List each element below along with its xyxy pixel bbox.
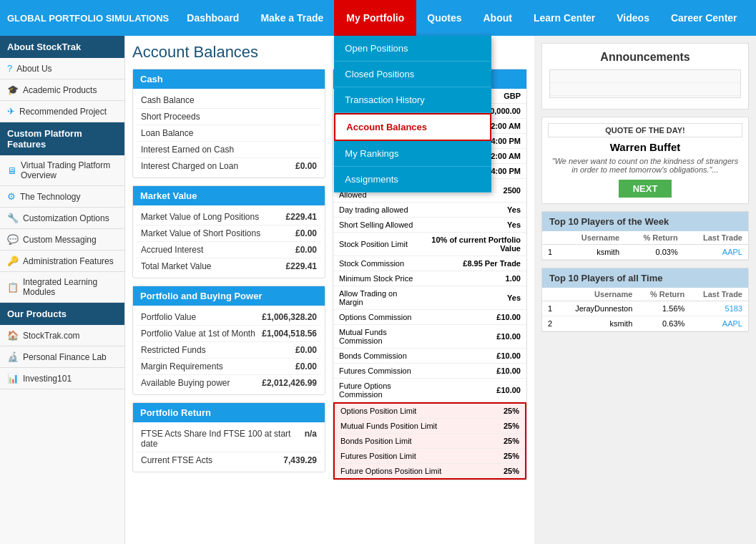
nav-learn-center[interactable]: Learn Center	[523, 0, 606, 36]
portfolio-return-card: Portfolio Return FTSE Acts Share Ind FTS…	[132, 402, 325, 472]
last-trade-cell[interactable]: 5183	[690, 301, 748, 316]
short-positions-row: Market Value of Short Positions £0.00	[137, 225, 321, 242]
total-market-value-value: £229.41	[286, 261, 317, 271]
sidebar-item-personal-finance[interactable]: 🔬 Personal Finance Lab	[0, 346, 124, 368]
dropdown-my-rankings[interactable]: My Rankings	[334, 141, 491, 167]
dropdown-closed-positions[interactable]: Closed Positions	[334, 62, 491, 87]
col-return: % Return	[638, 288, 690, 301]
param-value: £10.00	[424, 325, 526, 349]
dropdown-account-balances[interactable]: Account Balances	[334, 113, 491, 141]
highlighted-params-table: Options Position Limit25%Mutual Funds Po…	[333, 402, 526, 480]
nav-dashboard[interactable]: Dashboard	[176, 0, 250, 36]
chart-icon: 📊	[7, 373, 19, 384]
sidebar-item-label: Recommended Project	[19, 107, 107, 117]
param-label: Future Options Position Limit	[334, 464, 488, 480]
sidebar-item-learning-modules[interactable]: 📋 Integrated Learning Modules	[0, 272, 124, 303]
dropdown-transaction-history[interactable]: Transaction History	[334, 87, 491, 113]
nav-quotes[interactable]: Quotes	[416, 0, 472, 36]
cash-balance-row: Cash Balance	[137, 92, 321, 109]
nav-videos[interactable]: Videos	[606, 0, 660, 36]
param-value: 25%	[488, 464, 526, 480]
param-label: Minimum Stock Price	[333, 271, 424, 286]
nav-about[interactable]: About	[472, 0, 522, 36]
restricted-funds-row: Restricted Funds £0.00	[137, 342, 321, 359]
sidebar-item-investing101[interactable]: 📊 Investing101	[0, 368, 124, 389]
sidebar-item-about-us[interactable]: ? About Us	[0, 58, 124, 79]
wrench-icon: 🔧	[7, 213, 19, 223]
nav-my-portfolio[interactable]: My Portfolio	[334, 0, 416, 36]
my-portfolio-dropdown: Open Positions Closed Positions Transact…	[334, 36, 491, 193]
dropdown-assignments[interactable]: Assignments	[334, 167, 491, 193]
long-positions-value: £229.41	[286, 212, 317, 222]
sidebar-item-stocktrak[interactable]: 🏠 StockTrak.com	[0, 325, 124, 346]
portfolio-value-1st-row: Portfolio Value at 1st of Month £1,004,5…	[137, 326, 321, 342]
sidebar-item-customization[interactable]: 🔧 Customization Options	[0, 208, 124, 229]
message-icon: 💬	[7, 234, 19, 245]
top-navigation: GLOBAL PORTFOLIO SIMULATIONS Dashboard M…	[0, 0, 756, 36]
nav-my-portfolio-wrapper: My Portfolio Open Positions Closed Posit…	[334, 0, 416, 36]
sidebar-item-label: Investing101	[23, 374, 72, 384]
sidebar-item-virtual-trading[interactable]: 🖥 Virtual Trading Platform Overview	[0, 155, 124, 186]
highlighted-table-row: Bonds Position Limit25%	[334, 434, 526, 449]
param-label: Options Commission	[333, 310, 424, 325]
announcement-line-1	[550, 70, 740, 83]
sidebar-item-label: Personal Finance Lab	[23, 352, 107, 362]
restricted-funds-label: Restricted Funds	[141, 345, 206, 355]
margin-req-label: Margin Requirements	[141, 361, 223, 371]
margin-req-row: Margin Requirements £0.00	[137, 359, 321, 375]
sidebar-item-custom-messaging[interactable]: 💬 Custom Messaging	[0, 229, 124, 251]
table-row: Allow Trading on MarginYes	[333, 286, 526, 310]
total-market-value-row: Total Market Value £229.41	[137, 258, 321, 274]
top10-week-header: Top 10 Players of the Week	[542, 212, 748, 231]
table-row: Mutual Funds Commission£10.00	[333, 325, 526, 349]
highlighted-table-row: Futures Position Limit25%	[334, 449, 526, 464]
sidebar-item-academic-products[interactable]: 🎓 Academic Products	[0, 79, 124, 101]
nav-make-a-trade[interactable]: Make a Trade	[250, 0, 334, 36]
ftse-start-label: FTSE Acts Share Ind FTSE 100 at start da…	[141, 429, 305, 449]
margin-req-val: £0.00	[295, 361, 317, 371]
sidebar-item-label: StockTrak.com	[23, 331, 80, 341]
question-icon: ?	[7, 63, 12, 74]
accrued-interest-value: £0.00	[295, 245, 317, 255]
short-positions-value: £0.00	[295, 228, 317, 238]
last-trade-cell[interactable]: AAPL	[690, 316, 748, 331]
param-label: Future Options Commission	[333, 379, 424, 402]
col-last-trade: Last Trade	[684, 231, 748, 245]
key-icon: 🔑	[7, 256, 19, 266]
sidebar-item-recommended-project[interactable]: ✈ Recommended Project	[0, 101, 124, 122]
sidebar-item-administration[interactable]: 🔑 Administration Features	[0, 251, 124, 272]
top10-week-box: Top 10 Players of the Week Username % Re…	[541, 211, 749, 261]
param-value: 10% of current Portfolio Value	[424, 233, 526, 256]
short-positions-label: Market Value of Short Positions	[141, 228, 260, 238]
param-label: Bonds Commission	[333, 349, 424, 364]
portfolio-body: Portfolio Value £1,006,328.20 Portfolio …	[133, 306, 325, 394]
sidebar-item-label: The Technology	[20, 192, 81, 202]
username-cell: ksmith	[560, 316, 638, 331]
cash-card-header: Cash	[133, 69, 325, 89]
sidebar-item-label: Academic Products	[23, 85, 97, 95]
sidebar-item-technology[interactable]: ⚙ The Technology	[0, 186, 124, 208]
last-trade-cell[interactable]: AAPL	[684, 245, 748, 260]
current-ftse-label: Current FTSE Acts	[141, 455, 212, 465]
top10-week-columns: Username % Return Last Trade	[542, 231, 748, 245]
accrued-interest-row: Accrued Interest £0.00	[137, 242, 321, 258]
short-proceeds-row: Short Proceeds	[137, 109, 321, 125]
table-row: Day trading allowedYes	[333, 203, 526, 218]
portfolio-value-label: Portfolio Value	[141, 312, 196, 322]
next-quote-button[interactable]: NEXT	[619, 180, 672, 198]
sidebar-section-our-products: Our Products	[0, 303, 124, 325]
long-positions-label: Market Value of Long Positions	[141, 212, 259, 222]
accrued-interest-label: Accrued Interest	[141, 245, 203, 255]
nav-career-center[interactable]: Career Center	[660, 0, 748, 36]
col-return: % Return	[625, 231, 684, 245]
loan-balance-row: Loan Balance	[137, 125, 321, 142]
param-value: 25%	[488, 403, 526, 419]
market-value-header: Market Value	[133, 186, 325, 205]
sidebar-item-label: Integrated Learning Modules	[23, 277, 117, 297]
interest-earned-label: Interest Earned on Cash	[141, 145, 234, 155]
quote-text: "We never want to count on the kindness …	[548, 157, 742, 174]
dropdown-open-positions[interactable]: Open Positions	[334, 36, 491, 62]
portfolio-card: Portfolio and Buying Power Portfolio Val…	[132, 286, 325, 395]
current-ftse-val: 7,439.29	[283, 455, 317, 465]
top10-alltime-columns: Username % Return Last Trade	[542, 288, 748, 301]
